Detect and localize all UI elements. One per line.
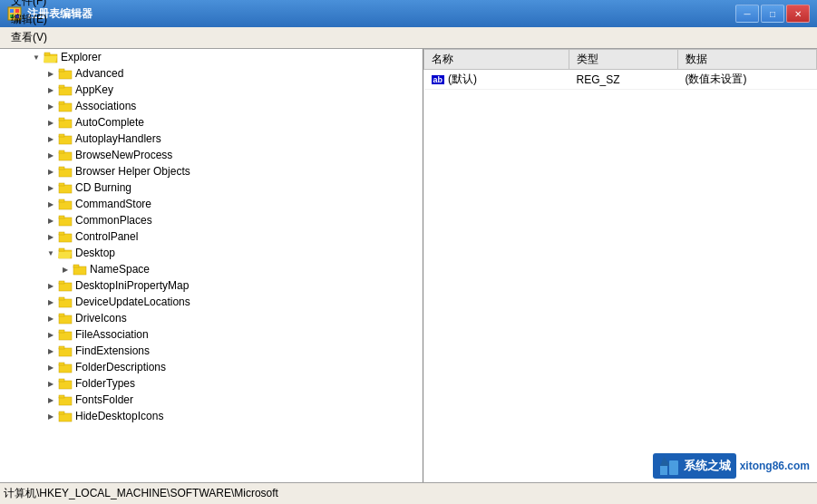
- tree-indent: [0, 179, 15, 196]
- close-button[interactable]: ✕: [786, 5, 810, 23]
- tree-item-label-foldertypes: FolderTypes: [75, 377, 135, 390]
- menu-item-view[interactable]: 查看(V): [4, 29, 65, 47]
- status-path: 计算机\HKEY_LOCAL_MACHINE\SOFTWARE\Microsof…: [4, 486, 278, 501]
- expand-btn-desktop[interactable]: ▼: [44, 246, 58, 260]
- tree-item-driveicons[interactable]: ▶DriveIcons: [0, 310, 423, 326]
- tree-indent: [0, 131, 15, 147]
- tree-item-label-explorer: Explorer: [61, 51, 102, 63]
- svg-rect-27: [59, 216, 64, 218]
- expand-btn-associations[interactable]: ▶: [44, 99, 58, 113]
- tree-item-findextensions[interactable]: ▶FindExtensions: [0, 343, 423, 359]
- tree-item-autoplayhandlers[interactable]: ▶AutoplayHandlers: [0, 131, 423, 147]
- tree-item-label-commandstore: CommandStore: [75, 198, 151, 210]
- tree-item-explorer[interactable]: ▼Explorer: [0, 49, 423, 65]
- tree-item-fontsfolder[interactable]: ▶FontsFolder: [0, 392, 423, 408]
- tree-indent: [29, 147, 44, 163]
- expand-btn-advanced[interactable]: ▶: [44, 66, 58, 81]
- expand-btn-foldertypes[interactable]: ▶: [44, 376, 58, 391]
- tree-indent: [15, 343, 29, 359]
- svg-marker-7: [44, 56, 57, 63]
- expand-btn-commandstore[interactable]: ▶: [44, 197, 58, 211]
- tree-indent: [0, 114, 15, 131]
- tree-indent: [15, 114, 29, 131]
- svg-rect-38: [59, 297, 64, 300]
- expand-btn-explorer[interactable]: ▼: [29, 50, 44, 64]
- tree-item-browsenewprocess[interactable]: ▶BrowseNewProcess: [0, 147, 423, 163]
- expand-btn-autoplayhandlers[interactable]: ▶: [44, 131, 58, 146]
- tree-item-appkey[interactable]: ▶AppKey: [0, 82, 423, 98]
- tree-indent: [15, 196, 29, 212]
- col-data[interactable]: 数据: [678, 50, 817, 70]
- expand-btn-driveicons[interactable]: ▶: [44, 311, 58, 325]
- maximize-button[interactable]: □: [761, 5, 784, 23]
- expand-btn-browserhelperobjects[interactable]: ▶: [44, 164, 58, 179]
- col-type[interactable]: 类型: [569, 50, 678, 70]
- expand-btn-fileassociation[interactable]: ▶: [44, 327, 58, 342]
- main-content: ▼Explorer▶Advanced▶AppKey▶Associations▶A…: [0, 49, 817, 482]
- col-name[interactable]: 名称: [424, 50, 569, 70]
- expand-btn-findextensions[interactable]: ▶: [44, 344, 58, 358]
- tree-indent: [15, 147, 29, 163]
- tree-item-label-autoplayhandlers: AutoplayHandlers: [75, 132, 161, 145]
- tree-item-commandstore[interactable]: ▶CommandStore: [0, 196, 423, 212]
- folder-icon-controlpanel: [58, 230, 73, 243]
- expand-btn-commonplaces[interactable]: ▶: [44, 213, 58, 228]
- minimize-button[interactable]: ─: [735, 5, 759, 23]
- tree-indent: [15, 294, 29, 310]
- folder-icon-desktopinipropertymap: [58, 279, 73, 292]
- tree-item-browserhelperobjects[interactable]: ▶Browser Helper Objects: [0, 163, 423, 179]
- tree-item-associations[interactable]: ▶Associations: [0, 98, 423, 114]
- svg-rect-9: [59, 69, 64, 72]
- svg-rect-20: [59, 169, 72, 177]
- tree-item-autocomplete[interactable]: ▶AutoComplete: [0, 114, 423, 131]
- folder-icon-appkey: [58, 83, 73, 96]
- tree-item-deviceupdatelocations[interactable]: ▶DeviceUpdateLocations: [0, 294, 423, 310]
- expand-btn-folderdescriptions[interactable]: ▶: [44, 360, 58, 374]
- tree-item-commonplaces[interactable]: ▶CommonPlaces: [0, 212, 423, 228]
- expand-btn-controlpanel[interactable]: ▶: [44, 229, 58, 244]
- tree-indent: [0, 277, 15, 294]
- svg-rect-14: [59, 120, 72, 128]
- expand-btn-browsenewprocess[interactable]: ▶: [44, 148, 58, 162]
- tree-indent: [29, 82, 44, 98]
- menu-item-file[interactable]: 文件(F): [4, 0, 65, 11]
- tree-item-fileassociation[interactable]: ▶FileAssociation: [0, 326, 423, 343]
- expand-btn-autocomplete[interactable]: ▶: [44, 115, 58, 130]
- tree-item-advanced[interactable]: ▶Advanced: [0, 65, 423, 82]
- folder-icon-folderdescriptions: [58, 361, 73, 373]
- tree-indent: [15, 131, 29, 147]
- menu-item-edit[interactable]: 编辑(E): [4, 11, 65, 29]
- tree-item-desktop[interactable]: ▼Desktop: [0, 245, 423, 261]
- svg-rect-12: [59, 103, 72, 111]
- tree-item-hidedesktopicons[interactable]: ▶HideDesktopIcons: [0, 408, 423, 424]
- tree-panel[interactable]: ▼Explorer▶Advanced▶AppKey▶Associations▶A…: [0, 49, 423, 482]
- svg-rect-28: [59, 234, 72, 242]
- tree-container: ▼Explorer▶Advanced▶AppKey▶Associations▶A…: [0, 49, 423, 424]
- expand-btn-desktopinipropertymap[interactable]: ▶: [44, 278, 58, 293]
- folder-icon-browserhelperobjects: [58, 165, 73, 178]
- tree-indent: [29, 359, 44, 375]
- tree-item-cdburning[interactable]: ▶CD Burning: [0, 179, 423, 196]
- svg-rect-40: [59, 314, 64, 316]
- folder-icon-associations: [58, 100, 73, 112]
- tree-item-label-cdburning: CD Burning: [75, 181, 131, 194]
- tree-indent: [15, 245, 29, 261]
- tree-indent: [0, 65, 15, 82]
- expand-btn-fontsfolder[interactable]: ▶: [44, 393, 58, 407]
- expand-btn-namespace[interactable]: ▶: [58, 262, 73, 276]
- folder-icon-findextensions: [58, 344, 73, 357]
- expand-btn-cdburning[interactable]: ▶: [44, 180, 58, 195]
- tree-item-namespace[interactable]: ▶NameSpace: [0, 261, 423, 277]
- tree-item-foldertypes[interactable]: ▶FolderTypes: [0, 375, 423, 392]
- svg-rect-43: [59, 348, 72, 356]
- tree-item-folderdescriptions[interactable]: ▶FolderDescriptions: [0, 359, 423, 375]
- expand-btn-hidedesktopicons[interactable]: ▶: [44, 409, 58, 423]
- expand-btn-appkey[interactable]: ▶: [44, 82, 58, 97]
- tree-item-label-appkey: AppKey: [75, 83, 113, 96]
- tree-item-controlpanel[interactable]: ▶ControlPanel: [0, 228, 423, 245]
- tree-item-label-driveicons: DriveIcons: [75, 312, 127, 325]
- tree-item-desktopinipropertymap[interactable]: ▶DesktopIniPropertyMap: [0, 277, 423, 294]
- expand-btn-deviceupdatelocations[interactable]: ▶: [44, 295, 58, 309]
- tree-indent: [29, 343, 44, 359]
- table-row[interactable]: ab(默认)REG_SZ(数值未设置): [424, 70, 817, 90]
